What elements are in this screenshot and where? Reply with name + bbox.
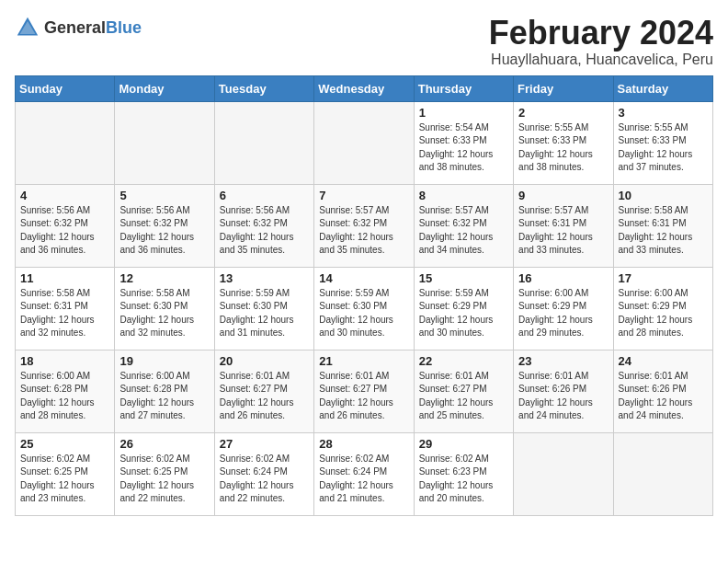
table-row xyxy=(314,101,414,184)
table-row: 21Sunrise: 6:01 AMSunset: 6:27 PMDayligh… xyxy=(314,350,414,432)
table-row: 1Sunrise: 5:54 AMSunset: 6:33 PMDaylight… xyxy=(414,101,513,184)
table-row: 14Sunrise: 5:59 AMSunset: 6:30 PMDayligh… xyxy=(314,267,414,350)
table-row: 3Sunrise: 5:55 AMSunset: 6:33 PMDaylight… xyxy=(613,101,712,184)
calendar-week-row: 25Sunrise: 6:02 AMSunset: 6:25 PMDayligh… xyxy=(16,432,713,515)
day-number: 8 xyxy=(419,189,508,202)
header-tuesday: Tuesday xyxy=(214,75,313,101)
header-sunday: Sunday xyxy=(16,75,115,101)
table-row: 6Sunrise: 5:56 AMSunset: 6:32 PMDaylight… xyxy=(214,184,313,267)
day-info: Sunrise: 6:02 AMSunset: 6:24 PMDaylight:… xyxy=(319,453,408,506)
day-number: 7 xyxy=(319,189,408,202)
day-number: 19 xyxy=(119,354,209,368)
table-row: 5Sunrise: 5:56 AMSunset: 6:32 PMDaylight… xyxy=(115,184,214,267)
day-number: 17 xyxy=(619,271,708,285)
month-title: February 2024 xyxy=(489,15,713,52)
table-row xyxy=(115,101,214,184)
day-info: Sunrise: 6:00 AMSunset: 6:29 PMDaylight:… xyxy=(619,287,708,340)
day-info: Sunrise: 6:00 AMSunset: 6:29 PMDaylight:… xyxy=(518,287,608,340)
header-saturday: Saturday xyxy=(613,75,712,101)
day-info: Sunrise: 6:00 AMSunset: 6:28 PMDaylight:… xyxy=(119,370,209,423)
table-row: 11Sunrise: 5:58 AMSunset: 6:31 PMDayligh… xyxy=(16,267,115,350)
table-row: 9Sunrise: 5:57 AMSunset: 6:31 PMDaylight… xyxy=(514,184,613,267)
day-number: 29 xyxy=(419,437,508,451)
day-info: Sunrise: 6:02 AMSunset: 6:23 PMDaylight:… xyxy=(419,453,508,506)
title-area: February 2024 Huayllahuara, Huancavelica… xyxy=(489,15,713,68)
day-number: 27 xyxy=(220,437,309,451)
day-info: Sunrise: 5:58 AMSunset: 6:31 PMDaylight:… xyxy=(20,287,109,340)
day-info: Sunrise: 5:57 AMSunset: 6:32 PMDaylight:… xyxy=(419,204,508,258)
day-number: 2 xyxy=(518,106,608,120)
table-row xyxy=(214,101,313,184)
day-number: 10 xyxy=(619,189,708,202)
table-row: 23Sunrise: 6:01 AMSunset: 6:26 PMDayligh… xyxy=(514,350,613,432)
day-info: Sunrise: 6:02 AMSunset: 6:25 PMDaylight:… xyxy=(20,453,109,506)
day-number: 4 xyxy=(20,189,109,202)
table-row: 28Sunrise: 6:02 AMSunset: 6:24 PMDayligh… xyxy=(314,432,414,515)
location-title: Huayllahuara, Huancavelica, Peru xyxy=(489,52,713,68)
day-number: 26 xyxy=(119,437,209,451)
table-row: 15Sunrise: 5:59 AMSunset: 6:29 PMDayligh… xyxy=(414,267,513,350)
table-row: 8Sunrise: 5:57 AMSunset: 6:32 PMDaylight… xyxy=(414,184,513,267)
day-number: 18 xyxy=(20,354,109,368)
day-info: Sunrise: 5:59 AMSunset: 6:30 PMDaylight:… xyxy=(220,287,309,340)
day-number: 20 xyxy=(220,354,309,368)
day-info: Sunrise: 6:02 AMSunset: 6:25 PMDaylight:… xyxy=(119,453,209,506)
logo: GeneralBlue xyxy=(15,15,142,40)
table-row: 2Sunrise: 5:55 AMSunset: 6:33 PMDaylight… xyxy=(514,101,613,184)
day-info: Sunrise: 5:56 AMSunset: 6:32 PMDaylight:… xyxy=(220,204,309,258)
day-info: Sunrise: 6:02 AMSunset: 6:24 PMDaylight:… xyxy=(220,453,309,506)
day-info: Sunrise: 5:59 AMSunset: 6:29 PMDaylight:… xyxy=(419,287,508,340)
table-row: 20Sunrise: 6:01 AMSunset: 6:27 PMDayligh… xyxy=(214,350,313,432)
day-info: Sunrise: 5:58 AMSunset: 6:30 PMDaylight:… xyxy=(119,287,209,340)
table-row xyxy=(613,432,712,515)
table-row: 22Sunrise: 6:01 AMSunset: 6:27 PMDayligh… xyxy=(414,350,513,432)
calendar-week-row: 18Sunrise: 6:00 AMSunset: 6:28 PMDayligh… xyxy=(16,350,713,432)
calendar-week-row: 1Sunrise: 5:54 AMSunset: 6:33 PMDaylight… xyxy=(16,101,713,184)
day-info: Sunrise: 6:01 AMSunset: 6:27 PMDaylight:… xyxy=(419,370,508,423)
weekday-header-row: Sunday Monday Tuesday Wednesday Thursday… xyxy=(16,75,713,101)
day-number: 21 xyxy=(319,354,408,368)
day-number: 24 xyxy=(619,354,708,368)
table-row: 17Sunrise: 6:00 AMSunset: 6:29 PMDayligh… xyxy=(613,267,712,350)
table-row xyxy=(514,432,613,515)
table-row: 19Sunrise: 6:00 AMSunset: 6:28 PMDayligh… xyxy=(115,350,214,432)
day-info: Sunrise: 5:56 AMSunset: 6:32 PMDaylight:… xyxy=(119,204,209,258)
day-info: Sunrise: 5:57 AMSunset: 6:31 PMDaylight:… xyxy=(518,204,608,258)
day-info: Sunrise: 6:00 AMSunset: 6:28 PMDaylight:… xyxy=(20,370,109,423)
table-row: 4Sunrise: 5:56 AMSunset: 6:32 PMDaylight… xyxy=(16,184,115,267)
table-row: 7Sunrise: 5:57 AMSunset: 6:32 PMDaylight… xyxy=(314,184,414,267)
logo-icon xyxy=(15,15,40,40)
day-number: 14 xyxy=(319,271,408,285)
day-number: 25 xyxy=(20,437,109,451)
table-row: 16Sunrise: 6:00 AMSunset: 6:29 PMDayligh… xyxy=(514,267,613,350)
table-row: 12Sunrise: 5:58 AMSunset: 6:30 PMDayligh… xyxy=(115,267,214,350)
day-info: Sunrise: 5:58 AMSunset: 6:31 PMDaylight:… xyxy=(619,204,708,258)
day-info: Sunrise: 6:01 AMSunset: 6:26 PMDaylight:… xyxy=(518,370,608,423)
calendar-week-row: 11Sunrise: 5:58 AMSunset: 6:31 PMDayligh… xyxy=(16,267,713,350)
day-number: 13 xyxy=(220,271,309,285)
header-wednesday: Wednesday xyxy=(314,75,414,101)
day-info: Sunrise: 5:55 AMSunset: 6:33 PMDaylight:… xyxy=(518,121,608,175)
day-number: 11 xyxy=(20,271,109,285)
day-info: Sunrise: 6:01 AMSunset: 6:27 PMDaylight:… xyxy=(319,370,408,423)
day-number: 15 xyxy=(419,271,508,285)
day-info: Sunrise: 5:56 AMSunset: 6:32 PMDaylight:… xyxy=(20,204,109,258)
calendar-table: Sunday Monday Tuesday Wednesday Thursday… xyxy=(15,75,713,516)
day-info: Sunrise: 6:01 AMSunset: 6:27 PMDaylight:… xyxy=(220,370,309,423)
day-info: Sunrise: 5:54 AMSunset: 6:33 PMDaylight:… xyxy=(419,121,508,175)
page-header: GeneralBlue February 2024 Huayllahuara, … xyxy=(15,15,713,68)
table-row: 27Sunrise: 6:02 AMSunset: 6:24 PMDayligh… xyxy=(214,432,313,515)
table-row: 26Sunrise: 6:02 AMSunset: 6:25 PMDayligh… xyxy=(115,432,214,515)
table-row xyxy=(16,101,115,184)
day-number: 22 xyxy=(419,354,508,368)
table-row: 24Sunrise: 6:01 AMSunset: 6:26 PMDayligh… xyxy=(613,350,712,432)
day-number: 6 xyxy=(220,189,309,202)
day-number: 16 xyxy=(518,271,608,285)
table-row: 13Sunrise: 5:59 AMSunset: 6:30 PMDayligh… xyxy=(214,267,313,350)
table-row: 10Sunrise: 5:58 AMSunset: 6:31 PMDayligh… xyxy=(613,184,712,267)
table-row: 25Sunrise: 6:02 AMSunset: 6:25 PMDayligh… xyxy=(16,432,115,515)
day-number: 5 xyxy=(119,189,209,202)
header-friday: Friday xyxy=(514,75,613,101)
calendar-week-row: 4Sunrise: 5:56 AMSunset: 6:32 PMDaylight… xyxy=(16,184,713,267)
day-number: 28 xyxy=(319,437,408,451)
